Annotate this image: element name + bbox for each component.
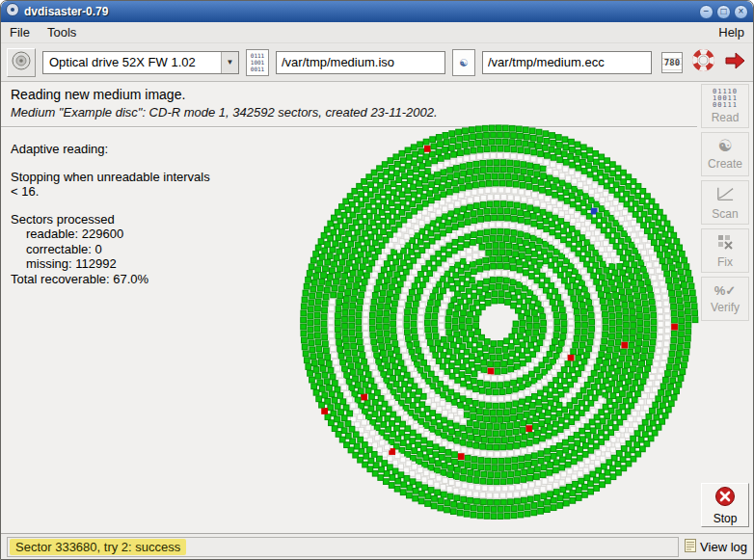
menu-tools[interactable]: Tools — [39, 23, 85, 41]
fix-label: Fix — [717, 255, 733, 269]
read-binary-icon: 01110 10011 00111 — [713, 89, 738, 109]
app-window: dvdisaster-0.79 − □ × File Tools Help Op… — [0, 0, 754, 560]
quit-icon[interactable] — [724, 49, 747, 76]
ecc-file-input[interactable] — [482, 51, 652, 74]
ecc-icon-glyph: ☯ — [460, 59, 468, 66]
drive-icon — [11, 50, 32, 75]
preferences-icon[interactable]: 780 — [661, 52, 683, 73]
correctable-row: correctable: 0 — [11, 242, 213, 257]
verify-label: Verify — [711, 301, 740, 314]
minimize-button[interactable]: − — [699, 5, 714, 19]
reading-progress-spiral — [290, 117, 705, 531]
window-controls: − □ × — [699, 5, 748, 19]
adaptive-reading-title: Adaptive reading: — [11, 142, 213, 157]
missing-label: missing: — [26, 256, 72, 271]
status-message: Sector 333680, try 2: success — [10, 539, 186, 555]
readable-value: 229600 — [82, 227, 123, 241]
toolbar-right-group: 780 — [661, 48, 747, 76]
content-area: Reading new medium image. Medium "Exampl… — [1, 82, 697, 533]
main-area: Reading new medium image. Medium "Exampl… — [1, 82, 753, 533]
drive-select-combobox[interactable]: Optical drive 52X FW 1.02 ▼ — [42, 51, 239, 74]
fix-icon — [716, 233, 734, 253]
operation-title: Reading new medium image. — [11, 87, 687, 102]
view-log-button[interactable]: View log — [685, 539, 747, 555]
create-icon: ☯ — [717, 138, 732, 155]
stop-icon — [714, 486, 736, 510]
menubar: File Tools Help — [1, 22, 753, 43]
stop-label: Stop — [714, 512, 738, 525]
verify-button[interactable]: %✓ Verify — [701, 277, 749, 321]
readable-row: readable: 229600 — [11, 227, 213, 242]
drive-button[interactable] — [7, 48, 36, 77]
image-file-icon: 0111 1001 0011 — [246, 49, 269, 76]
correctable-label: correctable: — [26, 242, 92, 256]
view-log-label: View log — [700, 540, 747, 554]
menu-help[interactable]: Help — [710, 23, 753, 41]
image-file-input[interactable] — [276, 51, 445, 74]
missing-row: missing: 112992 — [11, 256, 213, 272]
create-button[interactable]: ☯ Create — [701, 132, 749, 176]
drive-select-value: Optical drive 52X FW 1.02 — [43, 55, 221, 69]
readable-label: readable: — [26, 227, 78, 241]
reading-info-panel: Adaptive reading: Stopping when unreadab… — [11, 142, 213, 286]
ecc-file-icon: ☯ — [452, 49, 475, 76]
titlebar: dvdisaster-0.79 − □ × — [1, 1, 753, 22]
image-icon-binary-line: 0011 — [251, 66, 264, 72]
stopping-condition-text: Stopping when unreadable intervals < 16. — [11, 170, 213, 200]
maximize-button[interactable]: □ — [716, 5, 731, 19]
status-message-frame: Sector 333680, try 2: success — [7, 537, 679, 557]
app-disc-icon — [6, 3, 19, 20]
menu-file[interactable]: File — [1, 23, 39, 41]
read-label: Read — [712, 111, 740, 124]
read-button[interactable]: 01110 10011 00111 Read — [701, 84, 749, 128]
image-icon-binary-line: 1001 — [251, 59, 264, 66]
correctable-value: 0 — [95, 242, 102, 256]
total-recoverable-row: Total recoverable: 67.0% — [11, 272, 213, 287]
window-title: dvdisaster-0.79 — [24, 5, 108, 18]
verify-icon: %✓ — [714, 283, 736, 299]
fix-button[interactable]: Fix — [701, 228, 749, 273]
scan-label: Scan — [712, 207, 738, 221]
log-icon — [685, 539, 696, 555]
missing-value: 112992 — [75, 256, 116, 271]
action-sidebar: 01110 10011 00111 Read ☯ Create Scan — [697, 82, 753, 533]
toolbar: Optical drive 52X FW 1.02 ▼ 0111 1001 00… — [1, 43, 753, 82]
help-lifering-icon[interactable] — [691, 48, 715, 76]
create-label: Create — [708, 157, 742, 171]
total-recoverable-value: 67.0% — [113, 272, 148, 286]
statusbar: Sector 333680, try 2: success View log — [1, 533, 753, 559]
close-button[interactable]: × — [734, 5, 748, 19]
scan-button[interactable]: Scan — [701, 180, 749, 225]
sectors-processed-heading: Sectors processed — [11, 212, 213, 227]
image-icon-binary-line: 0111 — [251, 52, 264, 59]
chevron-down-icon[interactable]: ▼ — [221, 52, 238, 73]
scan-icon — [715, 185, 735, 205]
total-recoverable-label: Total recoverable: — [11, 272, 110, 286]
stop-button[interactable]: Stop — [701, 483, 749, 527]
